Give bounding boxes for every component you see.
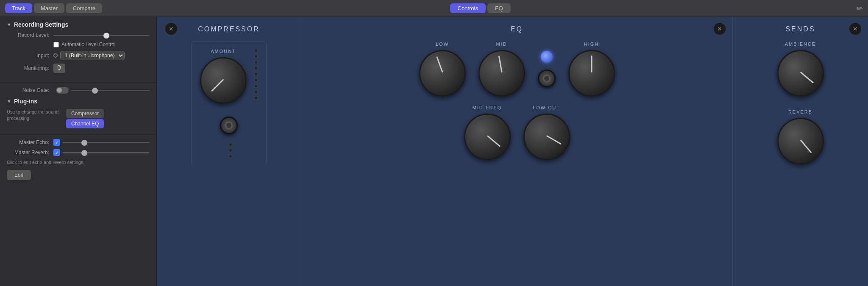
record-level-label: Record Level: (7, 32, 53, 38)
plugins-header[interactable]: ▼ Plug-ins (7, 98, 150, 105)
input-select-container: 1 (Built-in...icrophone) (53, 51, 125, 60)
master-echo-thumb[interactable] (81, 140, 87, 146)
amount-knob[interactable] (200, 57, 247, 104)
dot-6 (254, 78, 258, 82)
sends-close-button[interactable]: ✕ (849, 23, 861, 35)
eq-jack-connector[interactable] (538, 69, 556, 87)
mid-indicator (498, 56, 502, 72)
mid-freq-indicator (487, 136, 501, 147)
dot-b2 (229, 149, 232, 152)
amount-knob-indicator (211, 79, 224, 92)
tab-eq[interactable]: EQ (487, 3, 511, 13)
mid-freq-knob-container: MID FREQ (464, 105, 511, 160)
master-reverb-check[interactable]: ✓ (53, 149, 60, 156)
mid-knob[interactable] (479, 50, 525, 97)
low-cut-knob-container: LOW CUT (523, 105, 570, 160)
plugin-hint-text: Use to change the sound processing. (7, 109, 62, 122)
ambience-label: AMBIENCE (785, 42, 816, 47)
sends-section: ✕ SENDS AMBIENCE REVERB (732, 17, 868, 286)
plugin-item-channel-eq[interactable]: Channel EQ (66, 119, 104, 128)
eq-top-row: LOW MID (419, 42, 615, 97)
record-level-row: Record Level: (7, 32, 150, 38)
plugin-item-compressor[interactable]: Compressor (66, 109, 104, 118)
sends-inner: AMBIENCE REVERB (777, 42, 824, 164)
chevron-icon: ▼ (7, 22, 11, 27)
input-dropdown[interactable]: 1 (Built-in...icrophone) (60, 51, 125, 60)
edit-icon[interactable]: ✏ (857, 4, 863, 13)
high-label: HIGH (584, 42, 599, 47)
recording-settings-title: Recording Settings (14, 21, 68, 28)
tab-controls[interactable]: Controls (450, 3, 486, 13)
auto-level-row: Automatic Level Control (53, 42, 150, 47)
edit-button[interactable]: Edit (7, 170, 31, 180)
low-knob[interactable] (419, 50, 466, 97)
noise-gate-toggle[interactable] (56, 87, 69, 94)
amount-knob-wrapper (200, 57, 247, 104)
dot-2 (254, 55, 258, 58)
master-reverb-slider[interactable] (63, 152, 150, 153)
reverb-group: REVERB (777, 109, 824, 164)
dot-b1 (229, 143, 232, 146)
recording-settings-header[interactable]: ▼ Recording Settings (7, 21, 150, 28)
low-cut-indicator (546, 136, 562, 145)
high-knob[interactable] (568, 50, 615, 97)
eq-inner: LOW MID (308, 42, 726, 160)
compressor-close-button[interactable]: ✕ (165, 23, 177, 35)
auto-level-label: Automatic Level Control (61, 42, 115, 47)
mid-knob-container: MID (479, 42, 525, 97)
plugin-hint: Use to change the sound processing. (7, 109, 62, 128)
dot-3 (254, 61, 258, 64)
compressor-inner: AMOUNT (200, 49, 258, 104)
plugins-content: Use to change the sound processing. Comp… (7, 109, 150, 128)
master-echo-check[interactable]: ✓ (53, 139, 60, 146)
reverb-label: REVERB (788, 109, 812, 114)
eq-bottom-row: MID FREQ LOW CUT (464, 105, 570, 160)
mic-icon[interactable]: 🎙 (53, 64, 65, 73)
dot-strip (254, 49, 258, 100)
dot-strip-bottom (229, 143, 232, 158)
dot-9 (254, 96, 258, 100)
top-bar: Track Master Compare Controls EQ ✏ (0, 0, 868, 17)
low-cut-knob[interactable] (523, 114, 570, 160)
eq-close-button[interactable]: ✕ (714, 23, 726, 35)
low-cut-label: LOW CUT (533, 105, 560, 110)
noise-gate-slider-thumb[interactable] (92, 88, 98, 94)
reverb-indicator (800, 140, 812, 153)
dot-7 (254, 84, 258, 88)
low-indicator (436, 56, 443, 72)
plugins-chevron: ▼ (7, 99, 11, 104)
dot-5 (254, 72, 258, 76)
eq-title: EQ (511, 25, 523, 33)
mid-label: MID (496, 42, 507, 47)
record-level-thumb[interactable] (103, 33, 109, 39)
tab-track[interactable]: Track (5, 3, 32, 13)
tab-compare[interactable]: Compare (66, 3, 102, 13)
input-label: Input: (7, 53, 53, 58)
center-tabs: Controls EQ (104, 3, 857, 13)
master-echo-slider[interactable] (63, 142, 150, 143)
noise-gate-section: Noise Gate: ▼ Plug-ins Use to change the… (0, 83, 156, 135)
auto-level-checkbox[interactable] (53, 42, 59, 47)
blue-indicator (541, 51, 553, 63)
compressor-jack[interactable] (220, 117, 238, 134)
dot-4 (254, 67, 258, 70)
ambience-group: AMBIENCE (777, 42, 824, 97)
noise-gate-slider[interactable] (71, 90, 150, 91)
tab-master[interactable]: Master (34, 3, 64, 13)
master-echo-row: Master Echo: ✓ (7, 139, 150, 146)
noise-gate-label: Noise Gate: (7, 87, 53, 93)
ambience-knob[interactable] (777, 50, 824, 97)
compressor-section: ✕ COMPRESSOR AMOUNT (157, 17, 301, 286)
echo-reverb-hint: Click to edit echo and reverb settings. (7, 159, 150, 166)
reverb-knob[interactable] (777, 118, 824, 164)
record-level-slider[interactable] (53, 35, 150, 36)
mid-freq-label: MID FREQ (473, 105, 502, 110)
plugins-title: Plug-ins (14, 98, 37, 105)
compressor-title: COMPRESSOR (198, 25, 260, 33)
right-panel: ✕ COMPRESSOR AMOUNT (157, 17, 868, 286)
input-radio[interactable] (53, 53, 58, 58)
mid-freq-knob[interactable] (464, 114, 511, 160)
master-reverb-thumb[interactable] (81, 150, 87, 156)
dot-1 (254, 49, 258, 52)
main-content: ▼ Recording Settings Record Level: Autom… (0, 17, 868, 286)
